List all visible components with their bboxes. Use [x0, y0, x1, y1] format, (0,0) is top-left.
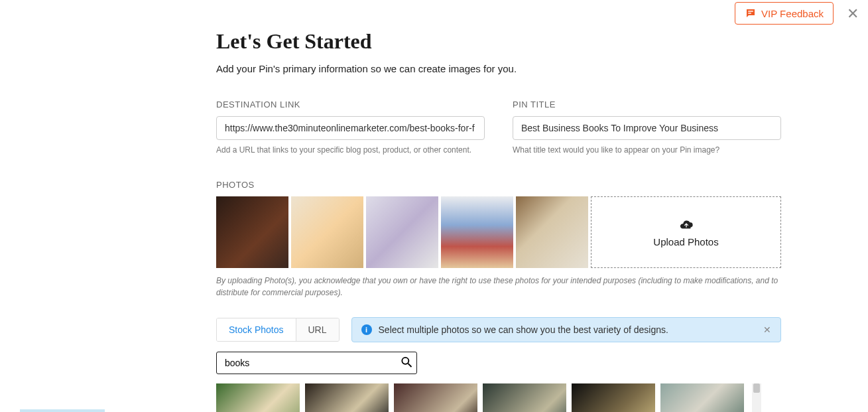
selected-photo-thumb[interactable] — [516, 196, 588, 268]
tip-close-icon[interactable]: ✕ — [763, 324, 771, 335]
pin-title-label: PIN TITLE — [513, 100, 781, 109]
photo-source-tabs: Stock Photos URL — [216, 318, 340, 342]
chat-icon — [745, 7, 757, 19]
stock-photo-thumb[interactable] — [572, 383, 655, 412]
info-tip-text: Select multiple photos so we can show yo… — [379, 324, 668, 335]
tab-url[interactable]: URL — [296, 318, 339, 341]
destination-link-label: DESTINATION LINK — [216, 100, 485, 109]
close-icon[interactable]: ✕ — [847, 7, 859, 21]
selected-photo-thumb[interactable] — [291, 196, 363, 268]
bottom-accent-bar — [20, 409, 105, 412]
cloud-upload-icon — [679, 218, 694, 232]
selected-photo-thumb[interactable] — [441, 196, 513, 268]
pin-title-field: PIN TITLE What title text would you like… — [513, 100, 781, 155]
vip-feedback-label: VIP Feedback — [761, 8, 824, 19]
destination-link-field: DESTINATION LINK Add a URL that links to… — [216, 100, 485, 155]
stock-photo-thumb[interactable] — [483, 383, 566, 412]
svg-rect-0 — [748, 11, 753, 12]
info-icon: i — [361, 324, 372, 335]
photos-label: PHOTOS — [216, 180, 781, 190]
svg-point-2 — [402, 358, 408, 364]
upload-disclaimer: By uploading Photo(s), you acknowledge t… — [216, 275, 781, 299]
search-button[interactable] — [400, 356, 413, 371]
stock-search-input[interactable] — [216, 352, 417, 374]
svg-line-3 — [408, 364, 412, 367]
selected-photo-thumb[interactable] — [216, 196, 288, 268]
tab-stock-photos[interactable]: Stock Photos — [217, 318, 296, 341]
svg-rect-1 — [748, 13, 751, 14]
destination-link-input[interactable] — [216, 116, 485, 140]
stock-results — [216, 383, 744, 412]
info-tip: i Select multiple photos so we can show … — [351, 317, 781, 342]
stock-photo-thumb[interactable] — [660, 383, 744, 412]
selected-photo-thumb[interactable] — [366, 196, 438, 268]
page-subtitle: Add your Pin's primary information so we… — [216, 63, 781, 74]
search-icon — [400, 356, 413, 369]
pin-title-helper: What title text would you like to appear… — [513, 145, 781, 155]
results-scrollbar[interactable] — [752, 383, 761, 412]
stock-photo-thumb[interactable] — [216, 383, 300, 412]
vip-feedback-button[interactable]: VIP Feedback — [735, 2, 834, 25]
main-form: Let's Get Started Add your Pin's primary… — [216, 0, 781, 412]
pin-title-input[interactable] — [513, 116, 781, 140]
upload-photos-button[interactable]: Upload Photos — [591, 196, 781, 268]
stock-photo-thumb[interactable] — [394, 383, 477, 412]
stock-photo-thumb[interactable] — [305, 383, 389, 412]
page-title: Let's Get Started — [216, 29, 781, 54]
destination-link-helper: Add a URL that links to your specific bl… — [216, 145, 485, 155]
upload-photos-label: Upload Photos — [653, 236, 718, 247]
